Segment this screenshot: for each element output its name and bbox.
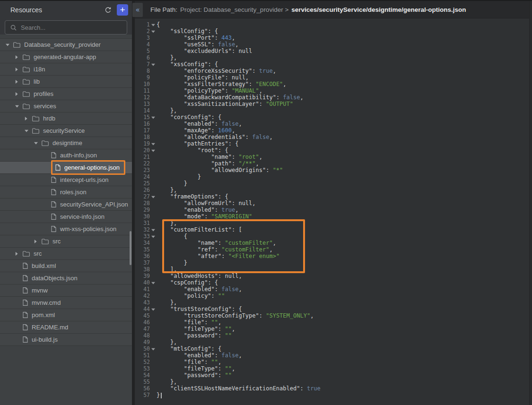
code-line-1[interactable]: 1{ (135, 21, 532, 28)
fold-chevron-icon[interactable] (150, 279, 157, 286)
refresh-icon[interactable] (103, 5, 113, 15)
code-line-35[interactable]: 35 "ref": "customFilter", (135, 246, 532, 253)
code-line-45[interactable]: 45 "trustStoreConfigType": "SYSTEM_ONLY"… (135, 312, 532, 319)
tree-item-build.xml[interactable]: build.xml (0, 260, 132, 272)
tree-item-services[interactable]: services (0, 100, 132, 112)
code-line-49[interactable]: 49 }, (135, 339, 532, 345)
tree-item-securityService_API.json[interactable]: securityService_API.json (0, 198, 132, 211)
code-line-41[interactable]: 41 "enabled": false, (135, 286, 532, 293)
tree-item-designtime[interactable]: designtime (0, 137, 132, 149)
chevron-down-icon[interactable] (34, 142, 42, 145)
code-line-29[interactable]: 29 "enabled": true, (135, 207, 532, 213)
code-line-44[interactable]: 44 "trustStoreConfig": { (135, 306, 532, 312)
code-line-21[interactable]: 21 "name": "root", (135, 154, 532, 160)
tree-item-profiles[interactable]: profiles (0, 88, 132, 100)
tree-item-mvnw.cmd[interactable]: mvnw.cmd (0, 297, 132, 309)
code-line-30[interactable]: 30 "mode": "SAMEORIGIN" (135, 213, 532, 220)
chevron-right-icon[interactable] (15, 80, 23, 84)
chevron-down-icon[interactable] (25, 129, 32, 132)
code-line-34[interactable]: 34 "name": "customFilter", (135, 240, 532, 246)
fold-chevron-icon[interactable] (150, 61, 157, 68)
code-line-10[interactable]: 10 "xssFilterStrategy": "ENCODE", (135, 81, 532, 87)
tree-item-pom.xml[interactable]: pom.xml (0, 309, 132, 321)
code-line-43[interactable]: 43 }, (135, 299, 532, 306)
search-box[interactable] (5, 20, 127, 34)
code-line-28[interactable]: 28 "allowFromUrl": null, (135, 200, 532, 207)
tree-item-generated-angular-app[interactable]: generated-angular-app (0, 51, 132, 63)
chevron-right-icon[interactable] (25, 117, 32, 121)
code-line-16[interactable]: 16 "enabled": false, (135, 121, 532, 127)
chevron-down-icon[interactable] (6, 43, 13, 46)
code-line-14[interactable]: 14 }, (135, 107, 532, 114)
code-line-7[interactable]: 7 "xssConfig": { (135, 61, 532, 68)
chevron-right-icon[interactable] (15, 68, 23, 71)
code-line-52[interactable]: 52 "file": "", (135, 359, 532, 365)
code-line-46[interactable]: 46 "file": "", (135, 319, 532, 326)
code-line-38[interactable]: 38 ], (135, 266, 532, 273)
code-line-53[interactable]: 53 "fileType": "", (135, 365, 532, 372)
code-line-20[interactable]: 20 "root": { (135, 147, 532, 154)
code-line-39[interactable]: 39 "allowedHosts": null, (135, 273, 532, 279)
code-line-23[interactable]: 23 "allowedOrigins": "*" (135, 167, 532, 173)
tree-item-Database_security_provider[interactable]: Database_security_provider (0, 39, 132, 51)
fold-chevron-icon[interactable] (150, 233, 157, 240)
tree-item-dataObjects.json[interactable]: dataObjects.json (0, 272, 132, 284)
code-line-6[interactable]: 6 }, (135, 54, 532, 61)
code-line-25[interactable]: 25 } (135, 180, 532, 187)
code-line-37[interactable]: 37 } (135, 259, 532, 266)
code-line-48[interactable]: 48 "password": "" (135, 332, 532, 339)
code-line-17[interactable]: 17 "maxAge": 1600, (135, 127, 532, 134)
code-line-50[interactable]: 50 "mtlsConfig": { (135, 345, 532, 352)
code-line-47[interactable]: 47 "fileType": "", (135, 326, 532, 332)
tree-item-general-options.json[interactable]: general-options.json (0, 162, 132, 174)
add-resource-button[interactable]: + (117, 4, 128, 16)
code-line-56[interactable]: 56 "clientSSLHostNameVerificationEnabled… (135, 385, 532, 392)
code-line-5[interactable]: 5 "excludedUrls": null (135, 48, 532, 54)
tree-item-README.md[interactable]: README.md (0, 321, 132, 334)
tree-item-src[interactable]: src (0, 248, 132, 260)
code-line-13[interactable]: 13 "xssSanitizationLayer": "OUTPUT" (135, 101, 532, 107)
collapse-sidebar-button[interactable]: « (132, 3, 143, 17)
tree-item-lib[interactable]: lib (0, 76, 132, 88)
tree-item-wm-xss-policies.json[interactable]: wm-xss-policies.json (0, 223, 132, 235)
code-line-27[interactable]: 27 "frameOptions": { (135, 193, 532, 200)
tree-item-ui-build.js[interactable]: ui-build.js (0, 334, 132, 346)
code-line-51[interactable]: 51 "enabled": false, (135, 352, 532, 359)
code-editor[interactable]: 1{2 "sslConfig": {3 "sslPort": 443,4 "us… (135, 18, 532, 398)
search-input[interactable] (20, 24, 116, 32)
code-line-2[interactable]: 2 "sslConfig": { (135, 28, 532, 34)
fold-chevron-icon[interactable] (150, 114, 157, 121)
fold-chevron-icon[interactable] (150, 306, 157, 312)
chevron-right-icon[interactable] (15, 92, 23, 96)
fold-chevron-icon[interactable] (150, 28, 157, 34)
code-line-22[interactable]: 22 "path": "/**", (135, 160, 532, 167)
code-line-19[interactable]: 19 "pathEntries": { (135, 140, 532, 147)
code-line-40[interactable]: 40 "cspConfig": { (135, 279, 532, 286)
code-line-3[interactable]: 3 "sslPort": 443, (135, 34, 532, 41)
tree-item-intercept-urls.json[interactable]: intercept-urls.json (0, 174, 132, 186)
code-line-42[interactable]: 42 "policy": "" (135, 293, 532, 299)
code-line-4[interactable]: 4 "useSSL": false, (135, 41, 532, 48)
chevron-down-icon[interactable] (15, 105, 23, 108)
code-line-18[interactable]: 18 "allowCredentials": false, (135, 134, 532, 140)
tree-item-src[interactable]: src (0, 235, 132, 248)
tree-item-service-info.json[interactable]: service-info.json (0, 211, 132, 223)
tree-item-i18n[interactable]: i18n (0, 63, 132, 76)
code-line-24[interactable]: 24 } (135, 173, 532, 180)
code-line-26[interactable]: 26 }, (135, 187, 532, 193)
fold-chevron-icon[interactable] (150, 147, 157, 154)
fold-chevron-icon[interactable] (150, 140, 157, 147)
tree-item-hrdb[interactable]: hrdb (0, 112, 132, 125)
editor-scrollbar-track[interactable] (529, 1, 532, 405)
tree-item-roles.json[interactable]: roles.json (0, 186, 132, 198)
code-line-33[interactable]: 33 { (135, 233, 532, 240)
code-line-31[interactable]: 31 }, (135, 220, 532, 226)
chevron-right-icon[interactable] (15, 252, 23, 256)
fold-chevron-icon[interactable] (150, 226, 157, 233)
code-line-12[interactable]: 12 "dataBackwardCompatibility": false, (135, 94, 532, 101)
code-line-8[interactable]: 8 "enforceXssSecurity": true, (135, 68, 532, 74)
code-line-32[interactable]: 32 "customFilterList": [ (135, 226, 532, 233)
sidebar-scrollbar-thumb[interactable] (130, 231, 131, 265)
code-line-11[interactable]: 11 "policyType": "MANUAL", (135, 87, 532, 94)
fold-chevron-icon[interactable] (150, 21, 157, 28)
